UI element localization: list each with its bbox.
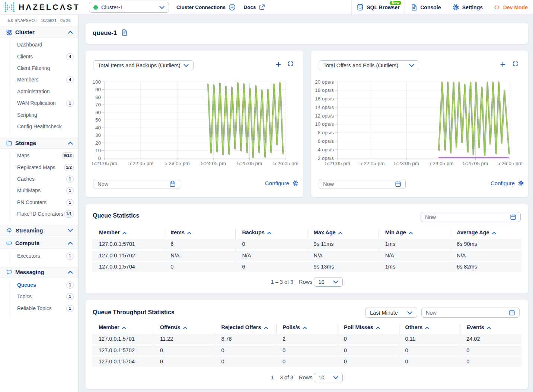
svg-text:5:23:05 pm: 5:23:05 pm	[394, 161, 419, 166]
svg-text:50: 50	[95, 117, 101, 123]
svg-text:4 ops/s: 4 ops/s	[317, 147, 334, 152]
svg-text:10: 10	[95, 148, 101, 153]
svg-text:18 ops/s: 18 ops/s	[315, 87, 334, 93]
svg-text:6 ops/s: 6 ops/s	[317, 138, 334, 144]
svg-text:40: 40	[95, 125, 101, 131]
svg-text:12 ops/s: 12 ops/s	[315, 113, 334, 119]
svg-text:20: 20	[95, 140, 101, 146]
svg-text:5:26:05 pm: 5:26:05 pm	[273, 161, 299, 166]
svg-text:20 ops/s: 20 ops/s	[315, 79, 334, 85]
svg-text:90: 90	[95, 87, 101, 92]
svg-text:10 ops/s: 10 ops/s	[315, 121, 334, 127]
svg-text:60: 60	[95, 110, 101, 115]
svg-text:5:24:05 pm: 5:24:05 pm	[201, 161, 226, 166]
svg-text:100: 100	[92, 79, 101, 85]
svg-text:2 ops/s: 2 ops/s	[317, 155, 334, 161]
svg-text:30: 30	[95, 132, 101, 138]
svg-text:5:24:05 pm: 5:24:05 pm	[428, 161, 454, 166]
svg-text:0: 0	[98, 155, 101, 161]
svg-text:80: 80	[95, 94, 101, 100]
svg-text:14 ops/s: 14 ops/s	[315, 105, 334, 110]
svg-text:5:21:05 pm: 5:21:05 pm	[92, 161, 117, 166]
svg-text:5:22:05 pm: 5:22:05 pm	[360, 161, 385, 166]
svg-text:5:25:05 pm: 5:25:05 pm	[237, 161, 262, 166]
svg-text:5:26:05 pm: 5:26:05 pm	[497, 161, 523, 166]
svg-text:5:21:05 pm: 5:21:05 pm	[325, 161, 350, 166]
svg-text:8 ops/s: 8 ops/s	[317, 130, 334, 135]
svg-text:5:22:05 pm: 5:22:05 pm	[128, 161, 154, 166]
svg-text:5:25:05 pm: 5:25:05 pm	[463, 161, 488, 166]
svg-text:70: 70	[95, 102, 101, 107]
svg-text:5:23:05 pm: 5:23:05 pm	[165, 161, 190, 166]
svg-text:16 ops/s: 16 ops/s	[315, 96, 334, 102]
